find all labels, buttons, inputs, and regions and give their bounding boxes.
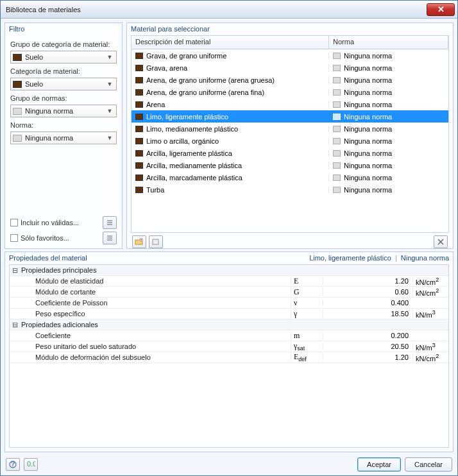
property-value[interactable]: 0.60 [323,288,412,296]
favorites-options-button[interactable] [103,232,117,244]
none-swatch-icon [13,135,22,142]
dialog-button-row: ? 0.00 Aceptar Cancelar [4,455,454,472]
property-group[interactable]: ⊟Propiedades principales [10,265,448,276]
property-value[interactable]: 18.50 [323,310,412,318]
property-name: Módulo de elasticidad [34,277,291,285]
norm-combo[interactable]: Ninguna norma ▼ [10,132,117,144]
svg-rect-2 [153,239,158,244]
property-group[interactable]: ⊟Propiedades adicionales [10,319,448,330]
close-button[interactable]: ✕ [427,3,455,16]
collapse-icon[interactable]: ⊟ [10,321,20,329]
material-row[interactable]: Arcilla, ligeramente plásticaNinguna nor… [131,147,448,159]
material-desc: Limo o arcilla, orgánico [146,137,219,145]
svg-text:?: ? [11,461,15,468]
material-desc: Arena, de grano uniforme (arena fina) [146,89,264,96]
none-swatch-icon [13,108,22,115]
material-desc: Arcilla, medianamente plástica [146,162,242,169]
material-row[interactable]: Grava, arenaNinguna norma [131,62,448,74]
soil-swatch-icon [135,77,143,83]
material-row[interactable]: Arena, de grano uniforme (arena gruesa)N… [131,74,448,86]
group-category-combo[interactable]: Suelo ▼ [10,51,117,64]
soil-swatch-icon [135,150,143,157]
units-icon: 0.00 [26,461,35,468]
material-desc: Arena, de grano uniforme (arena gruesa) [146,76,275,84]
material-row[interactable]: Arcilla, medianamente plásticaNinguna no… [131,159,448,171]
norm-value: Ninguna norma [25,134,105,142]
property-unit: kN/cm2 [412,287,448,297]
material-row[interactable]: Arcilla, marcadamente plásticaNinguna no… [131,171,448,183]
property-value[interactable]: 1.20 [323,353,412,361]
new-material-button[interactable] [132,235,146,248]
property-symbol: Edef [291,352,323,362]
property-name: Peso específico [34,310,291,318]
collapse-icon[interactable]: ⊟ [10,266,20,275]
material-norm: Ninguna norma [344,174,392,182]
delete-material-button[interactable] [434,235,448,248]
filter-panel: Filtro Grupo de categoría de material: S… [4,22,123,249]
material-list-header: Descripción del material Norma [131,35,449,49]
material-norm: Ninguna norma [344,101,392,108]
material-desc: Limo, medianamente plástico [146,125,238,133]
favorites-only-checkbox[interactable] [10,234,18,242]
soil-swatch-icon [135,114,143,120]
material-row[interactable]: Limo, medianamente plásticoNinguna norma [131,123,448,135]
norm-swatch-icon [333,65,341,71]
category-label: Categoría de material: [10,67,117,75]
material-norm: Ninguna norma [344,52,392,60]
soil-swatch-icon [135,174,143,181]
include-invalid-checkbox[interactable] [10,219,18,226]
norm-group-combo[interactable]: Ninguna norma ▼ [10,105,117,117]
units-button[interactable]: 0.00 [24,458,38,471]
cancel-button[interactable]: Cancelar [405,457,452,472]
property-name: Módulo de cortante [34,288,291,296]
material-row[interactable]: TurbaNinguna norma [131,183,448,196]
material-desc: Grava, de grano uniforme [146,52,226,60]
property-row: Módulo de deformación del subsueloEdef1.… [10,352,448,363]
property-row: Coeficiente de Poissonν0.400 [10,298,448,309]
col-norm[interactable]: Norma [329,36,448,49]
material-norm: Ninguna norma [344,125,392,133]
material-norm: Ninguna norma [344,64,392,72]
material-row[interactable]: Arena, de grano uniforme (arena fina)Nin… [131,86,448,98]
material-row[interactable]: Limo o arcilla, orgánicoNinguna norma [131,135,448,147]
list-icon [106,219,114,226]
soil-swatch-icon [135,126,143,132]
property-row: Coeficientem0.200 [10,330,448,341]
norm-swatch-icon [333,138,341,144]
property-value[interactable]: 1.20 [323,277,412,285]
soil-swatch-icon [135,53,143,59]
norm-swatch-icon [333,150,341,157]
category-value: Suelo [25,80,105,88]
soil-swatch-icon [13,81,22,88]
properties-grid[interactable]: ⊟Propiedades principalesMódulo de elasti… [9,264,449,448]
property-value[interactable]: 0.200 [323,332,412,339]
property-row: Módulo de elasticidadE1.20kN/cm2 [10,276,448,287]
property-name: Peso unitario del suelo saturado [34,343,291,350]
property-value[interactable]: 20.50 [323,343,412,350]
help-button[interactable]: ? [6,458,20,471]
list-icon [106,234,114,242]
property-symbol: m [291,331,323,341]
col-description[interactable]: Descripción del material [131,36,329,49]
chevron-down-icon: ▼ [105,54,114,60]
norm-swatch-icon [333,89,341,96]
category-combo[interactable]: Suelo ▼ [10,78,117,90]
material-desc: Limo, ligeramente plástico [146,113,228,121]
properties-title: Propiedades del material [9,254,87,262]
ok-button[interactable]: Aceptar [357,457,401,472]
material-desc: Turba [146,186,164,194]
property-symbol: E [291,276,323,286]
property-value[interactable]: 0.400 [323,299,412,307]
material-row[interactable]: Limo, ligeramente plásticoNinguna norma [131,110,448,123]
material-desc: Arcilla, ligeramente plástica [146,149,232,157]
material-norm: Ninguna norma [344,89,392,96]
edit-material-button[interactable] [149,235,163,248]
include-invalid-options-button[interactable] [103,216,117,229]
favorites-only-label: Sólo favoritos... [21,234,100,242]
chevron-down-icon: ▼ [105,135,114,141]
soil-swatch-icon [13,54,22,61]
material-row[interactable]: Grava, de grano uniformeNinguna norma [131,49,448,62]
material-list[interactable]: Grava, de grano uniformeNinguna normaGra… [131,49,449,233]
material-row[interactable]: ArenaNinguna norma [131,98,448,110]
chevron-down-icon: ▼ [105,108,114,114]
